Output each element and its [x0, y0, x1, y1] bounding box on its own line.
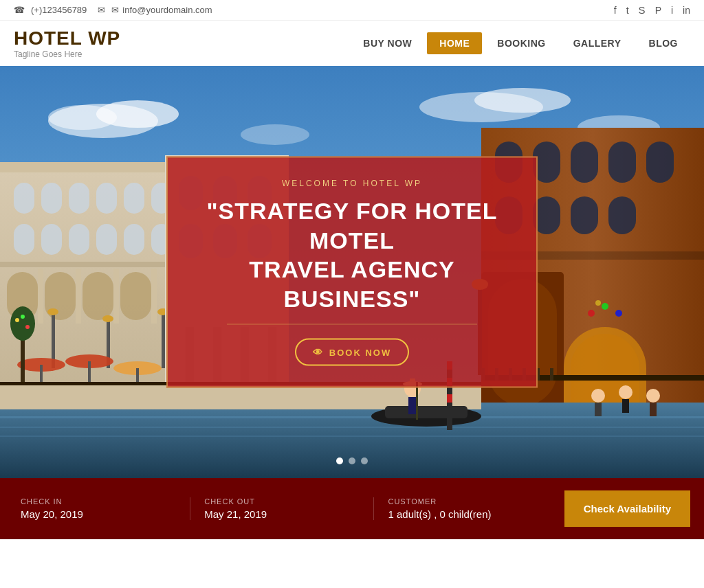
svg-rect-27	[38, 269, 43, 324]
checkout-field[interactable]: CHECK OUT May 21, 2019	[190, 497, 374, 520]
booking-bar: CHECK IN May 20, 2019 CHECK OUT May 21, …	[0, 478, 704, 539]
checkin-value: May 20, 2019	[21, 508, 176, 520]
svg-rect-10	[14, 183, 34, 214]
nav-booking[interactable]: BOOKING	[485, 32, 558, 54]
email-icon: ✉	[98, 5, 119, 15]
svg-rect-102	[622, 399, 629, 413]
nav-gallery[interactable]: GALLERY	[561, 32, 634, 54]
svg-rect-29	[113, 269, 119, 324]
svg-point-34	[102, 315, 113, 322]
svg-rect-85	[0, 436, 704, 437]
svg-rect-13	[96, 183, 117, 214]
svg-rect-59	[646, 142, 674, 183]
svg-rect-104	[650, 403, 657, 416]
svg-rect-17	[41, 224, 62, 255]
hero-title-line1: "STRATEGY FOR HOTEL MOTEL	[207, 198, 498, 253]
pinterest-icon[interactable]: P	[655, 5, 661, 16]
svg-point-74	[595, 300, 601, 306]
svg-point-32	[47, 308, 58, 315]
slide-dot-3[interactable]	[361, 457, 368, 464]
svg-point-3	[48, 105, 117, 130]
svg-rect-22	[0, 262, 179, 267]
svg-point-103	[646, 389, 660, 403]
hero-title-line2: TRAVEL AGENCY BUSINESS"	[249, 256, 455, 312]
email-contact: ✉ info@yourdomain.com	[98, 5, 212, 15]
hero-overlay-box: WELCOME TO HOTEL WP "STRATEGY FOR HOTEL …	[166, 157, 538, 388]
svg-point-71	[588, 310, 595, 317]
customer-value: 1 adult(s) , 0 child(ren)	[388, 508, 543, 520]
svg-rect-62	[571, 196, 598, 234]
svg-rect-26	[120, 272, 151, 320]
svg-rect-28	[76, 269, 81, 324]
svg-rect-57	[571, 142, 598, 183]
svg-rect-83	[0, 416, 704, 418]
svg-point-107	[15, 318, 19, 322]
svg-rect-98	[447, 394, 452, 403]
svg-point-73	[615, 310, 622, 317]
logo-title: HOTEL WP	[14, 27, 120, 49]
nav-home[interactable]: HOME	[427, 32, 482, 54]
svg-rect-12	[69, 183, 89, 214]
svg-rect-40	[88, 361, 91, 385]
svg-rect-25	[82, 272, 113, 320]
main-nav: BUY NOW HOME BOOKING GALLERY BLOG	[351, 32, 690, 54]
checkin-field[interactable]: CHECK IN May 20, 2019	[14, 497, 190, 520]
customer-label: CUSTOMER	[388, 497, 543, 506]
svg-point-106	[10, 306, 35, 341]
instagram-icon[interactable]: i	[671, 5, 673, 16]
check-availability-button[interactable]: Check Availability	[564, 490, 690, 527]
svg-rect-20	[124, 224, 144, 255]
svg-rect-18	[69, 224, 89, 255]
svg-point-99	[591, 389, 605, 403]
svg-point-5	[474, 88, 571, 113]
checkin-label: CHECK IN	[21, 497, 176, 506]
header: HOTEL WP Tagline Goes Here BUY NOW HOME …	[0, 21, 704, 66]
svg-point-109	[21, 315, 25, 319]
email-address: info@yourdomain.com	[122, 5, 212, 15]
top-bar-contacts: (+)123456789 ✉ info@yourdomain.com	[14, 5, 212, 15]
linkedin-icon[interactable]: in	[683, 5, 690, 16]
nav-blog[interactable]: BLOG	[637, 32, 690, 54]
phone-icon	[14, 5, 28, 15]
svg-rect-35	[162, 313, 165, 368]
svg-point-7	[241, 124, 309, 145]
hero-title: "STRATEGY FOR HOTEL MOTEL TRAVEL AGENCY …	[195, 196, 509, 313]
checkout-value: May 21, 2019	[204, 508, 360, 520]
phone-contact: (+)123456789	[14, 5, 87, 15]
eye-icon: 👁	[313, 347, 324, 358]
svg-rect-9	[0, 162, 179, 172]
svg-rect-63	[608, 196, 636, 234]
svg-rect-19	[96, 224, 117, 255]
nav-buy-now[interactable]: BUY NOW	[351, 32, 424, 54]
svg-rect-16	[14, 224, 34, 255]
svg-point-72	[602, 303, 608, 310]
slide-dot-2[interactable]	[349, 457, 355, 464]
hero-welcome-text: WELCOME TO HOTEL WP	[195, 179, 509, 188]
svg-rect-14	[124, 183, 144, 214]
facebook-icon[interactable]: f	[614, 5, 617, 16]
svg-point-101	[619, 385, 632, 399]
slide-dot-1[interactable]	[336, 457, 343, 464]
svg-rect-100	[595, 403, 602, 416]
twitter-icon[interactable]: t	[626, 5, 629, 16]
customer-field[interactable]: CUSTOMER 1 adult(s) , 0 child(ren)	[374, 497, 557, 520]
social-icons: f t S P i in	[614, 4, 690, 16]
hero-section: WELCOME TO HOTEL WP "STRATEGY FOR HOTEL …	[0, 66, 704, 478]
svg-rect-58	[608, 142, 636, 183]
svg-rect-91	[408, 397, 417, 414]
svg-rect-30	[151, 269, 157, 324]
logo: HOTEL WP Tagline Goes Here	[14, 27, 120, 59]
book-now-button[interactable]: 👁 BOOK NOW	[295, 339, 409, 366]
svg-rect-81	[550, 368, 553, 381]
logo-tagline: Tagline Goes Here	[14, 49, 120, 59]
top-bar: (+)123456789 ✉ info@yourdomain.com f t S…	[0, 0, 704, 21]
checkout-label: CHECK OUT	[204, 497, 360, 506]
svg-rect-84	[0, 427, 704, 428]
hero-divider	[227, 324, 478, 325]
book-now-label: BOOK NOW	[329, 347, 391, 357]
svg-point-108	[25, 325, 30, 329]
svg-rect-11	[41, 183, 62, 214]
phone-number: (+)123456789	[31, 5, 87, 15]
skype-icon[interactable]: S	[639, 4, 646, 16]
slider-dots	[336, 457, 368, 464]
